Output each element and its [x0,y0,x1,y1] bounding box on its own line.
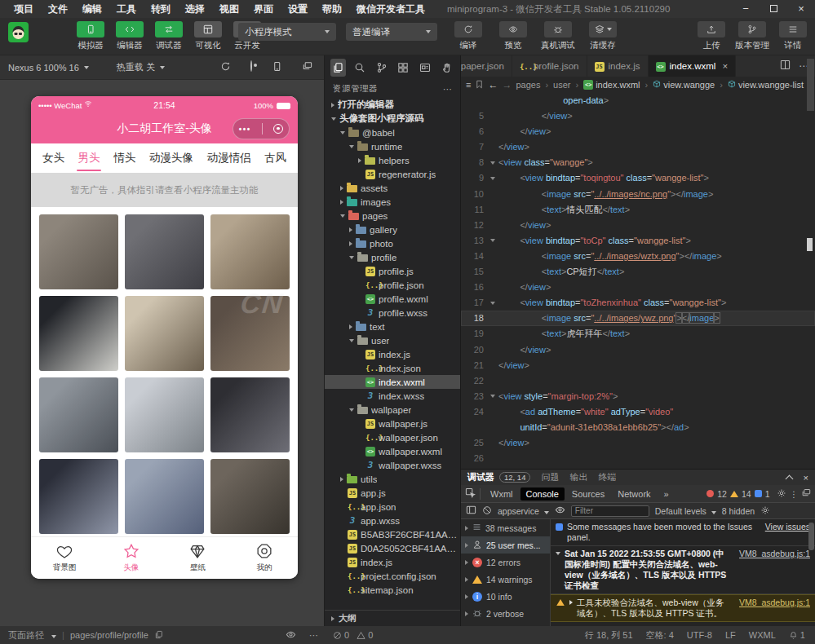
tree-item-profile.wxml[interactable]: <>profile.wxml [325,292,460,306]
photo-thumbnail[interactable] [125,459,204,534]
refresh-simulator-icon[interactable] [220,61,231,73]
rotate-device-icon[interactable] [272,61,282,73]
split-editor-icon[interactable] [780,60,791,73]
files-icon[interactable] [330,59,346,77]
console-filter-12 errors[interactable]: ×12 errors [461,554,550,571]
console-filter-38 messages[interactable]: 38 messages [461,519,550,536]
user-avatar[interactable] [8,22,29,42]
source-link[interactable]: VM8_asdebug.js:1 [739,549,810,559]
more-icon[interactable]: ⋯ [443,84,452,94]
toolbar-button-预览[interactable]: 预览 [492,21,534,51]
more-icon[interactable]: ⋯ [309,630,318,641]
debugger-tab-输出[interactable]: 输出 [569,471,587,483]
copy-icon[interactable] [154,630,163,641]
close-button[interactable]: × [787,0,815,18]
mode-select[interactable]: 小程序模式 [238,23,336,41]
home-icon[interactable] [273,124,283,134]
tree-item-utils[interactable]: utils [325,472,460,486]
tree-item-app.js[interactable]: JSapp.js [325,486,460,500]
category-tab-男头[interactable]: 男头 [78,146,100,170]
hand-icon[interactable] [439,59,454,77]
photo-thumbnail[interactable] [210,377,290,452]
tree-item-photo[interactable]: photo [325,236,460,250]
category-tab-情头[interactable]: 情头 [113,146,135,170]
close-tab-icon[interactable]: × [722,61,728,71]
photo-thumbnail[interactable] [125,377,204,452]
photo-thumbnail[interactable] [210,214,290,289]
photo-thumbnail[interactable] [39,296,118,371]
debugger-tab-调试器[interactable]: 调试器 [467,471,494,483]
devtools-tab-»[interactable]: » [658,487,675,501]
devtools-tab-Network[interactable]: Network [612,487,656,501]
menu-item-界面[interactable]: 界面 [246,2,281,16]
page-path-select[interactable]: 页面路径 [8,629,56,642]
tree-item-helpers[interactable]: helpers [325,153,460,167]
toolbar-button-模拟器[interactable]: 模拟器 [72,21,109,51]
compile-select[interactable]: 普通编译 [346,23,437,41]
photo-thumbnail[interactable] [210,296,290,371]
tree-item-runtime[interactable]: runtime [325,139,460,153]
status-item[interactable]: UTF-8 [687,630,712,640]
status-item[interactable]: 空格: 4 [646,629,674,642]
toolbar-button-编辑器[interactable]: 编辑器 [111,21,148,51]
menu-item-视图[interactable]: 视图 [212,2,246,16]
code-area[interactable]: open-data>5</view>6</view>7</view>8<view… [461,93,815,466]
inspect-icon[interactable] [465,487,476,500]
tabbar-item-壁纸[interactable]: 壁纸 [165,537,232,579]
tree-item-头像套图小程序源码[interactable]: 头像套图小程序源码 [325,112,460,126]
devtools-tab-Console[interactable]: Console [520,487,565,501]
toolbar-button-详情[interactable]: 详情 [773,21,813,51]
close-icon[interactable]: × [804,473,808,483]
eye-icon[interactable] [286,629,296,642]
tabbar-item-背景图[interactable]: 背景图 [31,537,98,579]
settings-icon[interactable] [777,488,786,500]
editor-tab-index.js[interactable]: JSindex.js [587,55,649,77]
tree-item-gallery[interactable]: gallery [325,223,460,236]
tree-item-index.js[interactable]: JSindex.js [325,347,460,361]
console-settings-icon[interactable] [760,505,770,517]
photo-thumbnail[interactable] [39,377,118,452]
more-icon[interactable]: ••• [239,125,251,134]
live-expression-icon[interactable] [555,505,565,517]
tree-item-B5AB3F26CBF41AAFD3...[interactable]: JSB5AB3F26CBF41AAFD3... [325,527,460,541]
breadcrumb-item-user[interactable]: user [553,80,570,90]
toolbar-button-编译[interactable]: 编译 [447,21,489,51]
tree-item-wallpaper.wxss[interactable]: 3wallpaper.wxss [325,458,460,472]
tree-item-app.json[interactable]: {..}app.json [325,500,460,514]
tree-item-打开的编辑器[interactable]: 打开的编辑器 [325,98,460,112]
context-select[interactable]: appservice [498,506,549,516]
status-item[interactable]: LF [725,630,736,640]
editor-scrollbar[interactable] [807,59,814,111]
clear-console-icon[interactable] [482,505,492,517]
outline-icon[interactable]: ≡ [466,80,471,90]
maximize-button[interactable] [760,0,787,18]
kebab-menu-icon[interactable]: ⋮ [790,489,799,499]
grid-icon[interactable] [396,59,411,77]
tree-item-index.json[interactable]: {..}index.json [325,361,460,375]
status-item[interactable]: WXML [749,630,776,640]
console-filter-25 user mes...[interactable]: 25 user mes... [461,536,550,554]
editor-tab-index.wxml[interactable]: <>index.wxml× [649,55,737,77]
category-tab-动漫头像[interactable]: 动漫头像 [149,146,193,170]
menu-item-编辑[interactable]: 编辑 [75,2,109,16]
menu-item-选择[interactable]: 选择 [178,2,212,16]
minimize-button[interactable]: − [732,0,760,18]
record-icon[interactable] [250,61,252,73]
toolbar-button-调试器[interactable]: 调试器 [150,21,188,51]
toolbar-button-清缓存[interactable]: 清缓存 [582,21,624,51]
photo-thumbnail[interactable] [210,459,290,534]
toolbar-button-上传[interactable]: 上传 [692,21,731,51]
debugger-tab-问题[interactable]: 问题 [541,471,559,483]
category-tab-古风[interactable]: 古风 [264,146,286,170]
tree-item-pages[interactable]: pages [325,209,460,223]
tree-item-project.config.json[interactable]: {..}project.config.json [325,569,460,583]
sidebar-toggle-icon[interactable] [466,505,476,517]
tree-item-wallpaper[interactable]: wallpaper [325,403,460,417]
photo-thumbnail[interactable] [39,459,118,534]
view-issues-link[interactable]: View issues [765,522,810,532]
console-filter-10 info[interactable]: i10 info [461,588,550,605]
devtools-tab-Sources[interactable]: Sources [566,487,610,501]
hot-reload-toggle[interactable]: 热重载 关 [109,61,173,73]
menu-item-工具[interactable]: 工具 [109,2,144,16]
tree-item-index.wxss[interactable]: 3index.wxss [325,389,460,403]
